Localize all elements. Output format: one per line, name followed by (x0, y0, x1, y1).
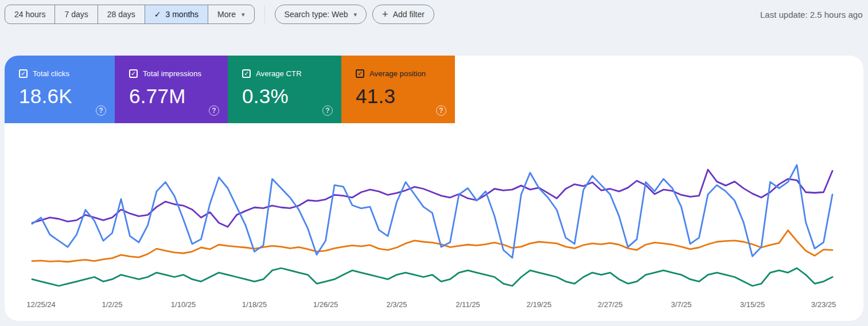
chevron-down-icon: ▾ (242, 11, 245, 18)
metric-card-average-position[interactable]: ✓ Average position 41.3 ? (341, 56, 455, 123)
more-label: More (217, 10, 236, 19)
x-axis-label: 2/27/25 (598, 300, 622, 309)
toolbar-divider (264, 5, 265, 23)
metric-value: 41.3 (356, 85, 455, 108)
x-axis-label: 3/23/25 (811, 300, 836, 309)
performance-card: ✓ Total clicks 18.6K ? ✓ Total impressio… (5, 56, 863, 321)
x-axis-label: 1/10/25 (171, 300, 196, 309)
x-axis-label: 2/19/25 (527, 300, 551, 309)
metric-card-average-ctr[interactable]: ✓ Average CTR 0.3% ? (228, 56, 341, 123)
plus-icon: + (382, 9, 388, 19)
help-icon[interactable]: ? (96, 105, 106, 116)
metric-label: Average position (369, 69, 426, 78)
x-axis-label: 2/11/25 (456, 300, 480, 309)
check-icon: ✓ (244, 70, 249, 77)
metric-checkbox[interactable]: ✓ (356, 69, 364, 78)
x-axis-label: 12/25/24 (26, 300, 56, 309)
x-axis-label: 1/26/25 (313, 300, 338, 309)
last-update-text: Last update: 2.5 hours ago (760, 10, 862, 19)
check-icon: ✓ (357, 70, 363, 77)
chart-line-ctr (32, 268, 832, 286)
x-axis-label: 1/18/25 (242, 300, 267, 309)
chart-line-position (32, 230, 832, 262)
help-icon[interactable]: ? (436, 105, 446, 116)
metric-value: 6.77M (129, 85, 228, 108)
add-filter-button[interactable]: + Add filter (372, 5, 434, 24)
check-icon: ✓ (131, 70, 136, 77)
x-axis-label: 2/3/25 (386, 300, 407, 309)
x-axis-label: 3/15/25 (740, 300, 765, 309)
metric-label: Total impressions (143, 69, 201, 78)
date-range-more[interactable]: More ▾ (208, 5, 254, 23)
x-axis-label: 1/2/25 (102, 300, 122, 309)
metric-value: 18.6K (19, 85, 115, 108)
filter-toolbar: 24 hours 7 days 28 days ✓ 3 months More … (5, 5, 434, 24)
search-type-dropdown[interactable]: Search type: Web ▾ (275, 5, 367, 24)
date-range-3-months[interactable]: ✓ 3 months (145, 5, 208, 23)
check-icon: ✓ (154, 10, 161, 19)
date-range-28-days[interactable]: 28 days (98, 5, 145, 23)
performance-chart[interactable]: 12/25/241/2/251/10/251/18/251/26/252/3/2… (5, 143, 863, 315)
metric-header: ✓ Total impressions (129, 69, 228, 78)
chart-line-impressions (32, 170, 832, 227)
chart-line-clicks (32, 165, 832, 258)
metric-label: Total clicks (33, 69, 69, 78)
date-range-7-days[interactable]: 7 days (55, 5, 97, 23)
metric-checkbox[interactable]: ✓ (242, 69, 251, 78)
metric-header: ✓ Average position (356, 69, 455, 78)
metric-label: Average CTR (256, 69, 302, 78)
chevron-down-icon: ▾ (354, 11, 357, 18)
metric-checkbox[interactable]: ✓ (129, 69, 138, 78)
date-range-group: 24 hours 7 days 28 days ✓ 3 months More … (5, 5, 255, 24)
metric-checkbox[interactable]: ✓ (19, 69, 28, 78)
help-icon[interactable]: ? (209, 105, 219, 116)
metric-value: 0.3% (242, 85, 341, 108)
help-icon[interactable]: ? (322, 105, 333, 116)
metrics-row: ✓ Total clicks 18.6K ? ✓ Total impressio… (5, 56, 863, 123)
search-type-label: Search type: Web (285, 10, 348, 19)
metric-header: ✓ Total clicks (19, 69, 115, 78)
metric-header: ✓ Average CTR (242, 69, 341, 78)
add-filter-label: Add filter (393, 10, 425, 19)
metric-card-total-clicks[interactable]: ✓ Total clicks 18.6K ? (5, 56, 115, 123)
x-axis-label: 3/7/25 (671, 300, 691, 309)
date-range-24-hours[interactable]: 24 hours (5, 5, 55, 23)
check-icon: ✓ (21, 70, 26, 77)
metric-card-total-impressions[interactable]: ✓ Total impressions 6.77M ? (115, 56, 228, 123)
date-range-label: 3 months (166, 10, 199, 19)
